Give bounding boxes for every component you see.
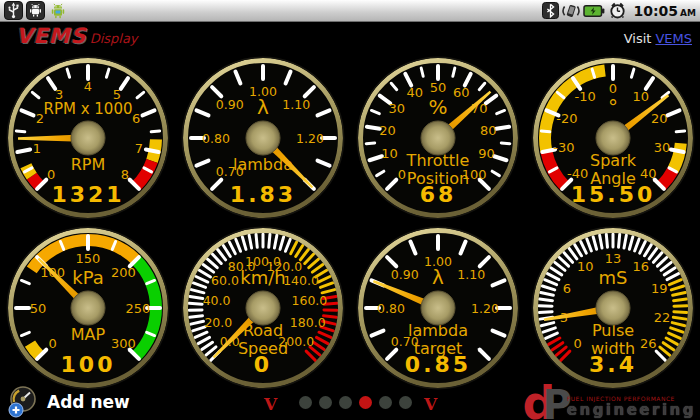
gauge-face-pulse-width: 036101316192226mSPulsewidth3.4: [525, 223, 700, 393]
bluetooth-icon: [542, 2, 559, 19]
gauge-scale-label: 60.0: [211, 273, 239, 288]
page-dot[interactable]: [299, 396, 312, 409]
app-header: VEMSDisplay VisitVEMS: [0, 22, 700, 54]
status-left-icons: [4, 1, 68, 20]
gauge-unit-label: λ: [257, 95, 269, 119]
clock: 10:05AM: [634, 3, 697, 19]
gauge-scale-label: 6: [563, 281, 571, 296]
gauge-scale-label: 0.80: [202, 131, 230, 146]
gauge-scale-label: 0.80: [377, 301, 405, 316]
gauge-scale-label: 160.0: [292, 293, 328, 308]
gauge-scale-label: 300: [111, 336, 136, 351]
gauge-scale-label: 40: [407, 85, 424, 100]
gauge-throttle-position[interactable]: 0102030405060708090100%ThrottlePosition6…: [350, 53, 526, 223]
gauge-face-lambda: 0.700.800.901.001.101.20λlambda1.83: [175, 53, 351, 223]
gauge-scale-label: 90: [478, 146, 495, 161]
gauge-value: 0: [254, 352, 272, 377]
gauge-face-throttle-position: 0102030405060708090100%ThrottlePosition6…: [350, 53, 526, 223]
gauge-hub: [421, 291, 455, 325]
gauge-hub: [71, 291, 105, 325]
gauge-hub: [596, 291, 630, 325]
alarm-icon: [608, 1, 627, 20]
gauge-scale-label: 0.90: [391, 267, 419, 282]
dp-engineering-logo: d P FUEL INJECTION PERFORMANCE engineeri…: [523, 387, 696, 420]
gauge-scale-label: 1.20: [471, 301, 499, 316]
status-right-icons: 10:05AM: [542, 1, 697, 20]
gauge-value: 1321: [51, 182, 124, 207]
gauge-scale-label: 1: [33, 141, 41, 156]
page-dot[interactable]: [399, 396, 412, 409]
gauge-name-label: RPM: [71, 155, 106, 174]
gauge-value: 1.83: [230, 182, 296, 207]
gauge-scale-label: -20: [556, 111, 577, 126]
warning-arrow-right: V: [424, 396, 437, 413]
gauge-scale-label: 30: [388, 101, 405, 116]
gauge-scale-label: 6: [132, 111, 140, 126]
gauge-value: 100: [61, 352, 116, 377]
status-bar: 10:05AM: [0, 0, 700, 22]
gauge-scale-label: 0: [609, 81, 617, 96]
gauge-rpm[interactable]: 012345678RPM x 1000RPM1321: [0, 53, 176, 223]
gauge-scale-label: 10: [633, 89, 650, 104]
vems-logo: VEMSDisplay: [16, 24, 138, 48]
vems-logo-display-text: Display: [90, 31, 138, 46]
android-icon: [26, 1, 45, 20]
gauge-pulse-width[interactable]: 036101316192226mSPulsewidth3.4: [525, 223, 700, 393]
gauge-face-map: 050100150200250300kPaMAP100: [0, 223, 176, 393]
gauge-name-label: MAP: [71, 325, 106, 344]
gauge-hub: [421, 121, 455, 155]
gauge-spark-angle[interactable]: -40-30-20-10010203040°SparkAngle15.50: [525, 53, 700, 223]
gauge-unit-label: kPa: [72, 267, 104, 288]
gauge-scale-label: 19: [651, 281, 668, 296]
gauge-unit-label: °: [608, 95, 618, 119]
gauge-scale-label: 7: [135, 141, 143, 156]
gauge-hub: [246, 291, 280, 325]
gauge-scale-label: 26: [640, 336, 657, 351]
usb-icon: [4, 1, 23, 20]
gauge-scale-label: 20: [379, 123, 396, 138]
gauge-scale-label: -30: [553, 140, 574, 155]
gauge-unit-label: %: [428, 95, 447, 119]
gauge-value: 0.85: [405, 352, 471, 377]
page-dot[interactable]: [319, 396, 332, 409]
gauge-scale-label: 10: [381, 146, 398, 161]
gauge-unit-label: mS: [599, 267, 628, 288]
gauge-lambda[interactable]: 0.700.800.901.001.101.20λlambda1.83: [175, 53, 351, 223]
vems-logo-text: VEMS: [16, 24, 87, 48]
gauge-grid: 012345678RPM x 1000RPM13210.700.800.901.…: [0, 0, 700, 420]
battery-icon: [583, 4, 605, 18]
page-dot[interactable]: [379, 396, 392, 409]
gauge-value: 15.50: [571, 182, 656, 207]
brand-name: engineering: [567, 402, 696, 419]
add-new-button[interactable]: Add new: [6, 386, 130, 418]
gauge-face-rpm: 012345678RPM x 1000RPM1321: [0, 53, 176, 223]
gauge-lambda-target[interactable]: 0.700.800.901.001.101.20λlambdatarget0.8…: [350, 223, 526, 393]
vems-link[interactable]: VEMS: [655, 31, 692, 46]
gauge-hub: [596, 121, 630, 155]
gauge-scale-label: 40.0: [203, 293, 231, 308]
clock-meridiem: AM: [680, 8, 696, 18]
gauge-scale-label: 20.0: [204, 315, 232, 330]
android-debug-icon: [48, 1, 68, 20]
gauge-scale-label: 150: [76, 251, 101, 266]
gauge-hub: [246, 121, 280, 155]
gauge-scale-label: 22: [654, 310, 671, 325]
gauge-scale-label: 180.0: [290, 315, 326, 330]
page-dot[interactable]: [339, 396, 352, 409]
gauge-scale-label: 50: [30, 301, 47, 316]
gauge-unit-label: RPM x 1000: [44, 100, 133, 118]
gauge-scale-label: 0: [49, 336, 57, 351]
gauge-scale-label: 0.90: [216, 97, 244, 112]
gauge-scale-label: 50: [430, 80, 447, 95]
gauge-scale-label: -40: [567, 166, 588, 181]
gauge-scale-label: 200: [111, 265, 136, 280]
vems-display-screen: 10:05AM VEMSDisplay VisitVEMS 012345678R…: [0, 0, 700, 420]
gauge-face-road-speed: 0.020.040.060.080.0100.0120.0140.0160.01…: [175, 223, 351, 393]
page-indicator[interactable]: [299, 396, 412, 409]
gauge-scale-label: 60: [453, 85, 470, 100]
gauge-unit-label: λ: [432, 265, 444, 289]
gauge-map[interactable]: 050100150200250300kPaMAP100: [0, 223, 176, 393]
page-dot-active[interactable]: [359, 396, 372, 409]
add-gauge-icon: [6, 386, 40, 418]
gauge-road-speed[interactable]: 0.020.040.060.080.0100.0120.0140.0160.01…: [175, 223, 351, 393]
